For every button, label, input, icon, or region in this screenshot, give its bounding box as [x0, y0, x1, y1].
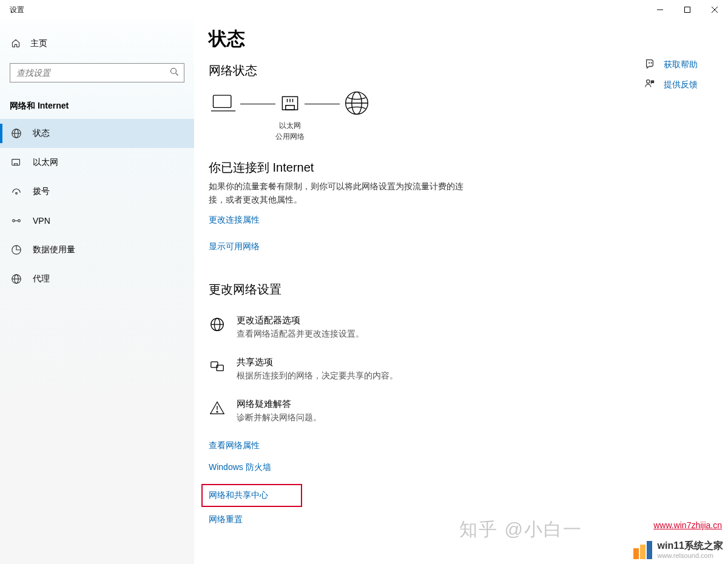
svg-point-37	[651, 62, 652, 64]
nav-status[interactable]: 状态	[0, 119, 194, 148]
feedback-link[interactable]: 提供反馈	[664, 79, 698, 90]
zhihu-watermark: 知乎 @小白一	[459, 517, 582, 542]
adapter-icon	[209, 316, 226, 333]
change-connection-link[interactable]: 更改连接属性	[209, 215, 260, 226]
nav-label: 代理	[33, 274, 50, 284]
nav-proxy[interactable]: 代理	[0, 264, 194, 294]
sidebar-section-title: 网络和 Internet	[10, 101, 194, 112]
svg-point-12	[13, 220, 15, 222]
svg-rect-9	[12, 159, 20, 166]
proxy-icon	[11, 274, 22, 284]
sharing-options-row[interactable]: 共享选项 根据所连接到的网络，决定要共享的内容。	[209, 357, 728, 381]
help-panel: 获取帮助 提供反馈	[644, 58, 698, 98]
ethernet-sublabel: 公用网络	[254, 131, 326, 142]
svg-point-35	[217, 411, 218, 412]
firewall-link[interactable]: Windows 防火墙	[209, 462, 728, 473]
globe-icon	[343, 90, 370, 118]
change-settings-heading: 更改网络设置	[209, 281, 728, 298]
close-button[interactable]	[701, 1, 728, 19]
maximize-button[interactable]	[673, 1, 701, 19]
sharing-icon	[209, 358, 226, 375]
adapter-options-row[interactable]: 更改适配器选项 查看网络适配器并更改连接设置。	[209, 315, 728, 340]
ethernet-label: 以太网	[254, 120, 326, 131]
feedback-row[interactable]: 提供反馈	[644, 78, 698, 91]
view-properties-link[interactable]: 查看网络属性	[209, 440, 728, 451]
get-help-link[interactable]: 获取帮助	[664, 59, 698, 70]
nav-ethernet[interactable]: 以太网	[0, 148, 194, 177]
svg-rect-19	[214, 95, 231, 107]
svg-point-13	[18, 220, 21, 222]
sidebar: 主页 网络和 Internet 状态 以太网	[0, 19, 194, 564]
data-usage-icon	[11, 244, 22, 255]
row-desc: 根据所连接到的网络，决定要共享的内容。	[237, 371, 398, 381]
brand-logo-icon	[633, 541, 653, 560]
svg-rect-21	[282, 96, 297, 110]
ethernet-port-icon: 以太网 公用网络	[279, 93, 301, 115]
window-controls	[646, 1, 728, 19]
feedback-icon	[644, 78, 655, 91]
row-desc: 查看网络适配器并更改连接设置。	[237, 329, 364, 340]
minimize-button[interactable]	[646, 1, 673, 19]
brand-watermark: win11系统之家 www.relsound.com	[633, 541, 723, 560]
svg-point-4	[171, 69, 177, 74]
titlebar: 设置	[0, 0, 728, 19]
help-icon	[644, 58, 655, 71]
brand-name: win11系统之家	[658, 541, 723, 551]
home-icon	[11, 38, 21, 50]
nav-label: 状态	[33, 128, 50, 139]
svg-point-38	[647, 80, 650, 83]
url-watermark: www.win7zhijia.cn	[653, 520, 722, 530]
svg-rect-1	[684, 7, 690, 13]
nav-label: VPN	[33, 216, 50, 226]
sharing-center-link[interactable]: 网络和共享中心	[209, 490, 268, 501]
main-content: 状态 网络状态 以太网 公用网络 你已连接到 Internet 如果你的流量套餐…	[194, 19, 728, 564]
troubleshoot-row[interactable]: 网络疑难解答 诊断并解决网络问题。	[209, 398, 728, 423]
row-desc: 诊断并解决网络问题。	[237, 412, 322, 423]
window-title: 设置	[10, 5, 24, 15]
row-title: 网络疑难解答	[237, 398, 322, 410]
svg-point-11	[16, 192, 18, 194]
connection-line	[240, 104, 275, 105]
nav-label: 数据使用量	[33, 244, 75, 255]
connected-desc: 如果你的流量套餐有限制，则你可以将此网络设置为按流量计费的连接，或者更改其他属性…	[209, 180, 476, 206]
dialup-icon	[11, 186, 22, 197]
connected-heading: 你已连接到 Internet	[209, 159, 728, 176]
svg-line-5	[176, 73, 178, 76]
search-icon	[170, 67, 179, 78]
connection-line	[305, 104, 340, 105]
svg-point-36	[649, 62, 650, 64]
home-button[interactable]: 主页	[0, 32, 194, 56]
ethernet-icon	[11, 157, 22, 168]
row-title: 更改适配器选项	[237, 315, 364, 326]
nav-label: 拨号	[33, 186, 50, 197]
vpn-icon	[11, 215, 22, 226]
warning-icon	[209, 400, 226, 417]
nav-label: 以太网	[33, 157, 58, 168]
computer-icon	[210, 90, 237, 118]
nav-list: 状态 以太网 拨号 VPN	[0, 119, 194, 294]
get-help-row[interactable]: 获取帮助	[644, 58, 698, 71]
page-title: 状态	[209, 27, 728, 52]
brand-sub: www.relsound.com	[658, 551, 723, 560]
search-box[interactable]	[10, 63, 184, 82]
sharing-center-highlight: 网络和共享中心	[201, 484, 302, 507]
row-title: 共享选项	[237, 357, 398, 368]
show-networks-link[interactable]: 显示可用网络	[209, 241, 260, 252]
search-input[interactable]	[16, 68, 170, 78]
nav-dialup[interactable]: 拨号	[0, 177, 194, 206]
svg-rect-22	[286, 105, 294, 109]
svg-rect-10	[14, 164, 17, 166]
home-label: 主页	[30, 38, 47, 49]
nav-vpn[interactable]: VPN	[0, 206, 194, 235]
nav-data-usage[interactable]: 数据使用量	[0, 235, 194, 264]
status-icon	[11, 128, 22, 139]
